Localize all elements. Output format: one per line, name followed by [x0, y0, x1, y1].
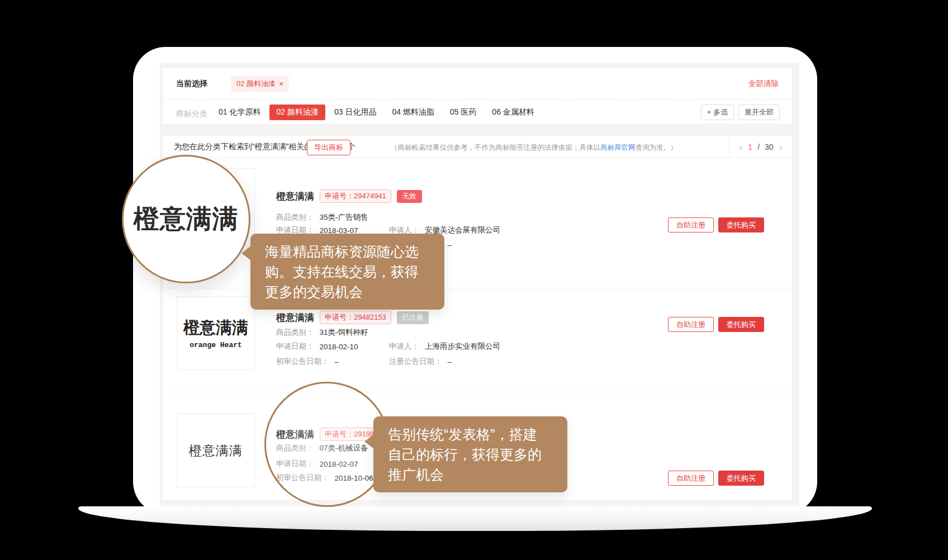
- disclaimer-text: （商标检索结果仅供参考，不作为商标能否注册的法律依据；具体以商标局官网查询为准。…: [391, 143, 677, 153]
- category-tab-06[interactable]: 06 金属材料: [485, 105, 541, 120]
- tooltip-line: 海量精品商标资源随心选: [265, 241, 430, 262]
- filter-card: 当前选择 02 颜料油漆 × 全部清除 商标分类 01 化学原料 02 颜料油漆…: [162, 67, 793, 125]
- registration-publication-field: 注册公告日期： –: [389, 356, 452, 367]
- tooltip-arrow-left-icon: [364, 434, 374, 449]
- apply-date-field: 申请日期： 2018-02-10: [276, 341, 358, 352]
- trademark-name: 橙意满满: [276, 311, 314, 324]
- field-label: 申请人：: [389, 341, 419, 352]
- field-value: 35类-广告销售: [320, 212, 368, 222]
- magnifier-circle-1: 橙意满满: [122, 155, 250, 283]
- filter-divider: [163, 99, 792, 99]
- current-selection-row: 当前选择 02 颜料油漆 ×: [176, 75, 289, 92]
- entrust-buy-button[interactable]: 委托购买: [718, 471, 764, 486]
- magnified-trademark-text: 橙意满满: [134, 202, 239, 236]
- category-tabs: 01 化学原料 02 颜料油漆 03 日化用品 04 燃料油脂 05 医药 06…: [212, 105, 541, 120]
- disclaimer-post: 查询为准。）: [636, 144, 677, 151]
- applicant-field: 申请人： 上海雨步实业有限公司: [389, 341, 500, 352]
- prev-page-icon[interactable]: ‹: [738, 141, 743, 153]
- trademark-office-link[interactable]: 商标局官网: [600, 144, 636, 151]
- row-actions: 自助注册 委托购买: [668, 317, 764, 332]
- field-label: 申请日期：: [276, 341, 314, 352]
- category-bar-label: 商标分类: [176, 109, 207, 119]
- first-publication-field: 初审公告日期： –: [276, 356, 339, 367]
- application-number-badge: 申请号：29482153: [320, 311, 391, 324]
- field-value: –: [448, 241, 452, 249]
- status-badge-invalid: 无效: [397, 190, 422, 203]
- current-page: 1: [748, 143, 752, 151]
- disclaimer-pre: （商标检索结果仅供参考，不作为商标能否注册的法律依据；具体以: [391, 144, 600, 151]
- tooltip-arrow-left-icon: [241, 246, 251, 260]
- category-actions: + 多选 展开全部: [701, 105, 780, 120]
- field-value: –: [448, 358, 452, 366]
- tooltip-line: 告别传统“发表格”，搭建: [388, 424, 553, 444]
- category-field: 商品类别： 35类-广告销售: [276, 212, 368, 223]
- field-label: 初审公告日期：: [276, 357, 329, 367]
- status-badge-registered: 已注册: [397, 311, 429, 324]
- row-actions: 自助注册 委托购买: [668, 471, 764, 486]
- entrust-buy-button[interactable]: 委托购买: [718, 217, 764, 232]
- self-register-button[interactable]: 自助注册: [668, 217, 714, 232]
- trademark-name: 橙意满满: [276, 190, 314, 203]
- category-field: 商品类别： 31类-饲料种籽: [276, 327, 368, 338]
- trademark-image-text: 橙意满满: [189, 442, 243, 459]
- results-header: 为您在此分类下检索到“橙意满满”相关的结果共28个 导出商标 （商标检索结果仅供…: [163, 136, 792, 158]
- trademark-image-text: 橙意满满: [183, 317, 248, 339]
- trademark-image-2: 橙意满满 orange Heart: [177, 296, 255, 370]
- pagination: ‹ 1 / 30 ›: [729, 136, 792, 158]
- tag-close-icon[interactable]: ×: [279, 80, 283, 88]
- self-register-button[interactable]: 自助注册: [668, 317, 714, 332]
- entrust-buy-button[interactable]: 委托购买: [718, 317, 764, 332]
- field-label: 商品类别：: [276, 328, 314, 338]
- field-value: 2018-02-10: [320, 343, 358, 351]
- category-tab-02-selected[interactable]: 02 颜料油漆: [269, 105, 325, 120]
- tooltip-line: 更多的交易机会: [265, 282, 430, 302]
- trademark-image-subtext: orange Heart: [189, 341, 242, 349]
- tooltip-line: 购。支持在线交易，获得: [265, 262, 430, 282]
- multi-select-button[interactable]: + 多选: [701, 105, 734, 120]
- expand-all-button[interactable]: 展开全部: [738, 105, 780, 120]
- category-tab-05[interactable]: 05 医药: [443, 105, 483, 120]
- row-actions: 自助注册 委托购买: [668, 217, 764, 232]
- selected-filter-tag-label: 02 颜料油漆: [236, 79, 276, 89]
- tooltip-promotion: 告别传统“发表格”，搭建 自己的标行，获得更多的 推广机会: [373, 416, 567, 492]
- tooltip-line: 推广机会: [388, 464, 553, 485]
- selected-filter-tag[interactable]: 02 颜料油漆 ×: [231, 76, 289, 92]
- trademark-title-line: 橙意满满 申请号：29474941 无效: [276, 189, 422, 203]
- page-separator: /: [757, 143, 760, 151]
- tooltip-marketplace: 海量精品商标资源随心选 购。支持在线交易，获得 更多的交易机会: [250, 234, 444, 310]
- field-value: 31类-饲料种籽: [320, 328, 368, 338]
- self-register-button[interactable]: 自助注册: [668, 471, 714, 486]
- field-label: 注册公告日期：: [389, 357, 442, 367]
- application-number-badge: 申请号：29474941: [320, 189, 391, 203]
- trademark-title-line: 橙意满满 申请号：29482153 已注册: [276, 311, 429, 324]
- field-label: 商品类别：: [276, 212, 314, 222]
- tooltip-line: 自己的标行，获得更多的: [388, 444, 553, 464]
- current-selection-label: 当前选择: [176, 79, 207, 89]
- clear-all-button[interactable]: 全部清除: [748, 79, 779, 89]
- category-tab-04[interactable]: 04 燃料油脂: [385, 105, 440, 120]
- category-tab-01[interactable]: 01 化学原料: [212, 105, 267, 120]
- laptop-base: [78, 506, 872, 531]
- category-tab-03[interactable]: 03 日化用品: [328, 105, 383, 120]
- total-pages: 30: [765, 143, 774, 151]
- field-value: –: [335, 358, 339, 366]
- export-trademark-button[interactable]: 导出商标: [307, 140, 350, 155]
- next-page-icon[interactable]: ›: [779, 141, 783, 153]
- field-value: 上海雨步实业有限公司: [425, 341, 500, 352]
- trademark-image-3: 橙意满满: [177, 414, 255, 487]
